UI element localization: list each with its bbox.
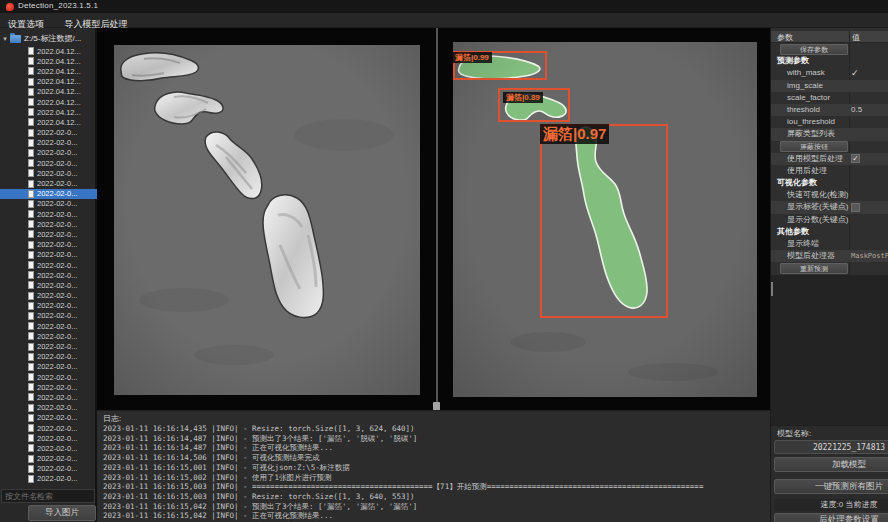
tree-item[interactable]: 2022-02-0... [0, 260, 97, 270]
param-label: 屏蔽类型列表 [787, 129, 835, 138]
checkbox-checked-icon[interactable]: ✓ [851, 154, 860, 163]
tree-item[interactable]: 2022-02-0... [0, 240, 97, 250]
tree-item[interactable]: 2022-02-0... [0, 352, 97, 362]
log-line: 2023-01-11 16:16:15,003 |INFO| - =======… [103, 482, 770, 492]
tree-item[interactable]: 2022-02-0... [0, 291, 97, 301]
tree-item[interactable]: 2022-02-0... [0, 301, 97, 311]
tree-item[interactable]: 2022.04.12... [0, 107, 97, 117]
tree-item[interactable]: 2022-02-0... [0, 403, 97, 413]
import-images-button[interactable]: 导入图片 [28, 505, 96, 521]
predict-all-button[interactable]: 一键预测所有图片 [774, 479, 888, 494]
model-name-field[interactable]: 20221225_174813 [774, 440, 888, 454]
tree-item[interactable]: 2022.04.12... [0, 46, 97, 56]
tree-item[interactable]: 2022-02-0... [0, 331, 97, 341]
check-icon: ✓ [851, 67, 859, 79]
tree-item[interactable]: 2022-02-0... [0, 392, 97, 402]
tree-item[interactable]: 2022-02-0... [0, 362, 97, 372]
tree-item-label: 2022-02-0... [37, 464, 77, 473]
file-icon [28, 271, 34, 279]
detection-box [540, 124, 668, 318]
params-button[interactable]: 保存参数 [780, 44, 848, 55]
params-row[interactable]: img_scale [771, 80, 888, 92]
postprocess-settings-button[interactable]: 后处理参数设置 [774, 513, 888, 522]
tree-item[interactable]: 2022-02-0... [0, 280, 97, 290]
tree-item[interactable]: 2022-02-0... [0, 250, 97, 260]
params-row[interactable]: threshold0.5 [771, 104, 888, 116]
file-icon [28, 343, 34, 351]
file-icon [28, 139, 34, 147]
tree-item[interactable]: 2022-02-0... [0, 219, 97, 229]
param-label: 显示分数(关键点) [787, 215, 848, 224]
log-line: 2023-01-11 16:16:15,001 |INFO| - 可视化json… [103, 463, 770, 473]
tree-item[interactable]: 2022-02-0... [0, 199, 97, 209]
tree-item[interactable]: 2022-02-0... [0, 423, 97, 433]
params-row[interactable]: with_mask✓ [771, 67, 888, 79]
menubar: 设置选项 导入模型后处理 [0, 13, 888, 28]
detection-label: 漏箔|0.89 [503, 92, 543, 103]
tree-item[interactable]: 2022-02-0... [0, 341, 97, 351]
tree-item-label: 2022-02-0... [37, 332, 77, 341]
tree-item[interactable]: 2022.04.12... [0, 117, 97, 127]
tree-item[interactable]: 2022.04.12... [0, 97, 97, 107]
tree-item[interactable]: 2022-02-0... [0, 443, 97, 453]
file-icon [28, 292, 34, 300]
file-icon [28, 322, 34, 330]
tree-item[interactable]: 2022.04.12... [0, 77, 97, 87]
params-row[interactable]: 显示分数(关键点) [771, 214, 888, 226]
tree-item[interactable]: 2022-02-0... [0, 270, 97, 280]
tree-item[interactable]: 2022-02-0... [0, 464, 97, 474]
params-row[interactable]: 显示标签(关键点) [771, 201, 888, 213]
tree-item[interactable]: 2022-02-0... [0, 382, 97, 392]
params-row[interactable]: iou_threshold [771, 116, 888, 128]
params-row[interactable]: 屏蔽类型列表 [771, 128, 888, 140]
tree-item[interactable]: 2022-02-0... [0, 168, 97, 178]
tree-item[interactable]: 2022-02-0... [0, 189, 97, 199]
tree-item-label: 2022-02-0... [37, 189, 77, 198]
tree-item[interactable]: 2022-02-0... [0, 158, 97, 168]
tree-item[interactable]: 2022-02-0... [0, 321, 97, 331]
tree-item-label: 2022-02-0... [37, 261, 77, 270]
params-row[interactable]: 使用模型后处理✓ [771, 153, 888, 165]
expand-arrow-icon[interactable]: ▾ [0, 35, 10, 43]
tree-item[interactable]: 2022-02-0... [0, 413, 97, 423]
params-button[interactable]: 屏蔽按钮 [780, 141, 848, 152]
tree-item[interactable]: 2022-02-0... [0, 148, 97, 158]
tree-item[interactable]: 2022-02-0... [0, 209, 97, 219]
tree-item-label: 2022-02-0... [37, 230, 77, 239]
params-row[interactable]: scale_factor [771, 92, 888, 104]
tree-item-label: 2022-02-0... [37, 393, 77, 402]
tree-item[interactable]: 2022-02-0... [0, 474, 97, 484]
load-model-button[interactable]: 加载模型 [774, 457, 888, 472]
tree-item[interactable]: 2022-02-0... [0, 229, 97, 239]
tree-item[interactable]: 2022-02-0... [0, 372, 97, 382]
search-input[interactable] [1, 489, 95, 503]
file-icon [28, 332, 34, 340]
image-splitter[interactable] [436, 28, 438, 410]
checkbox-empty-icon[interactable] [851, 203, 860, 212]
tree-item[interactable]: 2022-02-0... [0, 311, 97, 321]
tree-item-label: 2022-02-0... [37, 454, 77, 463]
tree-item[interactable]: 2022.04.12... [0, 56, 97, 66]
tree-root-folder[interactable]: ▾ Z:/5-标注数据/... [0, 33, 97, 44]
tree-item-label: 2022-02-0... [37, 179, 77, 188]
params-row[interactable]: 显示终端 [771, 238, 888, 250]
tree-item[interactable]: 2022-02-0... [0, 454, 97, 464]
params-row[interactable]: 使用后处理 [771, 165, 888, 177]
params-row[interactable]: 模型后处理器MaskPostPro [771, 250, 888, 262]
tree-item[interactable]: 2022.04.12... [0, 66, 97, 76]
tree-item-label: 2022-02-0... [37, 210, 77, 219]
params-row[interactable]: 快速可视化(检测) [771, 189, 888, 201]
params-scrollbar[interactable] [771, 282, 773, 296]
tree-item[interactable]: 2022-02-0... [0, 178, 97, 188]
tree-item[interactable]: 2022-02-0... [0, 138, 97, 148]
file-icon [28, 261, 34, 269]
tree-item-label: 2022.04.12... [37, 77, 81, 86]
tree-item-label: 2022-02-0... [37, 434, 77, 443]
tree-item[interactable]: 2022.04.12... [0, 87, 97, 97]
tree-item-label: 2022-02-0... [37, 342, 77, 351]
params-header-name: 参数 [777, 32, 793, 43]
params-button[interactable]: 重新预测 [780, 263, 848, 274]
tree-item[interactable]: 2022-02-0... [0, 128, 97, 138]
tree-item[interactable]: 2022-02-0... [0, 433, 97, 443]
file-icon [28, 88, 34, 96]
